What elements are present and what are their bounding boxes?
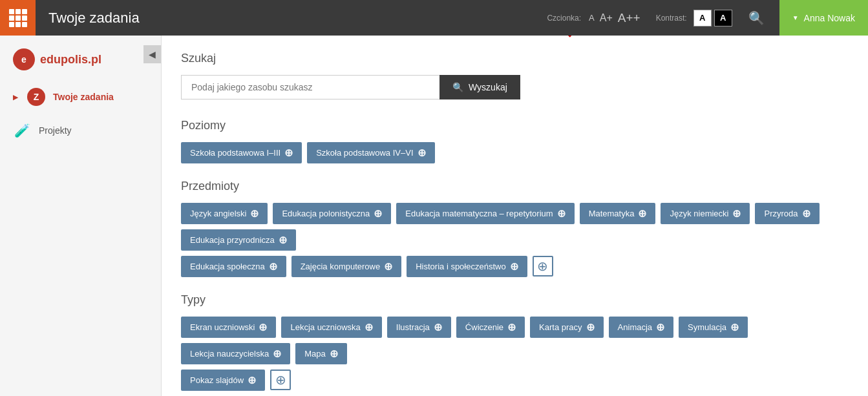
font-large-button[interactable]: A++	[618, 11, 640, 25]
levels-title: Poziomy	[181, 119, 849, 132]
plus-icon: ⊕	[732, 207, 741, 220]
tag-symulacja[interactable]: Symulacja ⊕	[679, 317, 748, 338]
edupolis-logo-text: edupolis.pl	[40, 53, 101, 67]
types-section: Typy Ekran uczniowski ⊕ Lekcja uczniowsk…	[181, 293, 849, 391]
subjects-tags-list: Język angielski ⊕ Edukacja polonistyczna…	[181, 203, 849, 251]
plus-icon: ⊕	[434, 321, 442, 333]
plus-icon: ⊕	[269, 260, 277, 273]
search-button-label: Wyszukaj	[469, 82, 507, 92]
tag-szkola-podstawowa-4-6[interactable]: Szkoła podstawowa IV–VI ⊕	[307, 142, 434, 163]
header: Twoje zadania Czcionka: A A+ A++ Kontras…	[0, 0, 868, 36]
add-subject-button[interactable]: ⊕	[533, 256, 553, 276]
types-tags-list-row2: Pokaz slajdów ⊕ ⊕	[181, 370, 849, 391]
page-title: Twoje zadania	[48, 10, 547, 26]
contrast-label: Kontrast:	[656, 14, 687, 23]
types-tags-list: Ekran uczniowski ⊕ Lekcja uczniowska ⊕ I…	[181, 317, 849, 364]
sidebar-item-zadania-label: Twoje zadania	[53, 92, 114, 102]
plus-icon: ⊕	[279, 234, 287, 246]
subjects-section: Przedmioty Język angielski ⊕ Edukacja po…	[181, 180, 849, 277]
tag-ekran-uczniowski[interactable]: Ekran uczniowski ⊕	[181, 317, 276, 338]
plus-icon: ⊕	[507, 321, 516, 333]
tag-mapa[interactable]: Mapa ⊕	[295, 343, 347, 364]
tag-animacja[interactable]: Animacja ⊕	[609, 317, 673, 338]
sidebar-toggle-button[interactable]: ◀	[143, 45, 161, 63]
tag-jezyk-angielski[interactable]: Język angielski ⊕	[181, 203, 268, 224]
tag-edukacja-polonistyczna[interactable]: Edukacja polonistyczna ⊕	[273, 203, 391, 224]
user-name: Anna Nowak	[804, 13, 855, 23]
font-small-button[interactable]: A	[589, 13, 595, 23]
plus-icon: ⊕	[510, 260, 518, 273]
levels-section: Poziomy Szkoła podstawowa I–III ⊕ Szkoła…	[181, 119, 849, 163]
tag-zajecia-komputerowe[interactable]: Zajęcia komputerowe ⊕	[291, 256, 402, 277]
projekty-icon: 🧪	[13, 121, 31, 140]
header-search-button[interactable]: 🔍	[743, 5, 770, 31]
tag-edukacja-przyrodnicza[interactable]: Edukacja przyrodnicza ⊕	[181, 229, 296, 251]
sidebar-item-projekty[interactable]: 🧪 Projekty	[0, 114, 161, 147]
plus-icon: ⊕	[374, 207, 382, 220]
contrast-white-button[interactable]: A	[693, 10, 712, 26]
contrast-black-button[interactable]: A	[714, 10, 732, 26]
app-logo-grid[interactable]	[0, 0, 36, 36]
plus-icon: ⊕	[586, 321, 595, 333]
plus-icon: ⊕	[418, 147, 426, 159]
main-layout: ◀ e edupolis.pl Z Twoje zadania 🧪 Projek…	[0, 36, 868, 396]
tag-ilustracja[interactable]: Ilustracja ⊕	[387, 317, 451, 338]
plus-icon: ⊕	[273, 348, 281, 360]
sidebar-navigation: Z Twoje zadania 🧪 Projekty	[0, 80, 161, 147]
tag-jezyk-niemiecki[interactable]: Język niemiecki ⊕	[661, 203, 750, 224]
chevron-left-icon: ◀	[149, 49, 156, 59]
grid-icon	[9, 9, 27, 27]
search-input[interactable]	[181, 75, 439, 99]
search-section-title: Szukaj	[181, 52, 849, 65]
plus-icon: ⊕	[330, 348, 338, 360]
tag-historia-i-spoleczenstwo[interactable]: Historia i społeczeństwo ⊕	[407, 256, 527, 277]
plus-icon: ⊕	[259, 321, 267, 333]
zadania-icon: Z	[27, 88, 45, 106]
search-button-icon: 🔍	[452, 82, 463, 92]
main-content: Szukaj 🔍 Wyszukaj Poziomy	[162, 36, 868, 396]
plus-icon: ⊕	[730, 321, 739, 333]
tag-cwiczenie[interactable]: Ćwiczenie ⊕	[456, 317, 525, 338]
plus-icon: ⊕	[384, 260, 392, 273]
plus-icon: ⊕	[365, 321, 373, 333]
search-button[interactable]: 🔍 Wyszukaj	[439, 75, 520, 99]
tag-lekcja-uczniowska[interactable]: Lekcja uczniowska ⊕	[281, 317, 381, 338]
plus-icon: ⊕	[557, 207, 566, 220]
user-dropdown-arrow: ▼	[792, 14, 799, 21]
search-bar: 🔍 Wyszukaj	[181, 75, 849, 99]
font-label: Czcionka:	[547, 14, 581, 23]
tag-edukacja-matematyczna[interactable]: Edukacja matematyczna – repetytorium ⊕	[396, 203, 574, 224]
tag-przyroda[interactable]: Przyroda ⊕	[755, 203, 819, 224]
tag-pokaz-slajdow[interactable]: Pokaz slajdów ⊕	[181, 370, 265, 391]
sidebar: ◀ e edupolis.pl Z Twoje zadania 🧪 Projek…	[0, 36, 162, 396]
types-title: Typy	[181, 293, 849, 307]
tag-edukacja-spoleczna[interactable]: Edukacja społeczna ⊕	[181, 256, 286, 277]
edupolis-logo-icon: e	[13, 48, 35, 70]
subjects-tags-list-row2: Edukacja społeczna ⊕ Zajęcia komputerowe…	[181, 256, 849, 277]
search-icon: 🔍	[748, 11, 765, 25]
plus-icon: ⊕	[250, 207, 259, 220]
svg-line-1	[569, 36, 620, 36]
levels-tags-list: Szkoła podstawowa I–III ⊕ Szkoła podstaw…	[181, 142, 849, 163]
tag-szkola-podstawowa-1-3[interactable]: Szkoła podstawowa I–III ⊕	[181, 142, 302, 163]
plus-icon: ⊕	[656, 321, 664, 333]
add-type-button[interactable]: ⊕	[270, 370, 291, 390]
plus-icon: ⊕	[638, 207, 646, 220]
tag-karta-pracy[interactable]: Karta pracy ⊕	[530, 317, 603, 338]
red-arrow-annotation	[504, 36, 633, 49]
tag-lekcja-nauczycielska[interactable]: Lekcja nauczycielska ⊕	[181, 343, 290, 364]
plus-icon: ⊕	[802, 207, 810, 220]
font-controls: Czcionka: A A+ A++	[547, 11, 642, 25]
font-medium-button[interactable]: A+	[600, 12, 613, 24]
plus-icon: ⊕	[248, 374, 256, 386]
subjects-title: Przedmioty	[181, 180, 849, 193]
user-menu-button[interactable]: ▼ Anna Nowak	[779, 0, 868, 36]
tag-matematyka[interactable]: Matematyka ⊕	[580, 203, 656, 224]
contrast-controls: Kontrast: A A	[656, 10, 734, 26]
sidebar-item-projekty-label: Projekty	[39, 125, 72, 136]
sidebar-item-zadania[interactable]: Z Twoje zadania	[0, 80, 161, 114]
sidebar-logo[interactable]: e edupolis.pl	[0, 36, 161, 80]
plus-icon: ⊕	[284, 147, 293, 159]
